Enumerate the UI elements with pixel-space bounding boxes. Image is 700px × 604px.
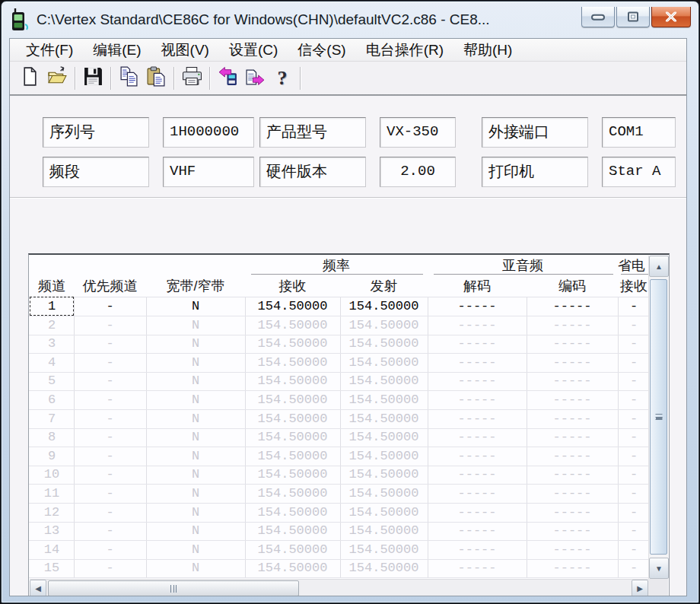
table-cell[interactable]: 154.50000 <box>340 316 428 335</box>
table-cell[interactable]: N <box>146 335 245 353</box>
table-cell[interactable]: 154.50000 <box>245 335 340 353</box>
table-cell[interactable]: 3 <box>30 335 74 353</box>
table-cell[interactable]: - <box>74 504 146 522</box>
copy-button[interactable] <box>115 65 142 91</box>
table-cell[interactable]: ----- <box>428 559 527 577</box>
table-cell[interactable]: ----- <box>428 335 527 353</box>
table-cell[interactable]: - <box>618 316 650 335</box>
table-cell[interactable]: ----- <box>428 541 527 559</box>
table-cell[interactable]: ----- <box>527 522 618 540</box>
table-cell[interactable]: N <box>146 522 245 540</box>
table-cell[interactable]: 154.50000 <box>245 410 340 428</box>
table-cell[interactable]: ----- <box>428 354 527 372</box>
table-cell[interactable]: 15 <box>30 559 74 577</box>
table-cell[interactable]: 7 <box>30 410 74 428</box>
table-cell[interactable]: ----- <box>527 372 618 390</box>
read-from-radio-button[interactable] <box>214 65 241 91</box>
table-row[interactable]: 11-N154.50000154.50000----------- <box>29 485 650 504</box>
table-cell[interactable]: ----- <box>527 391 618 409</box>
table-cell[interactable]: - <box>618 541 650 559</box>
table-cell[interactable]: ----- <box>527 485 618 503</box>
table-cell[interactable]: - <box>74 316 146 335</box>
table-cell[interactable]: N <box>146 485 245 503</box>
table-cell[interactable]: - <box>74 485 146 503</box>
vertical-scroll-thumb[interactable] <box>650 279 667 555</box>
table-cell[interactable]: N <box>146 428 245 447</box>
table-cell[interactable]: ----- <box>527 410 618 428</box>
help-button[interactable]: ? <box>269 65 296 91</box>
table-cell[interactable]: ----- <box>527 447 618 466</box>
table-cell[interactable]: N <box>146 541 245 559</box>
table-cell[interactable]: N <box>146 316 245 335</box>
table-cell[interactable]: 12 <box>30 504 74 522</box>
close-button[interactable] <box>651 7 691 27</box>
table-row[interactable]: 4-N154.50000154.50000----------- <box>29 354 650 373</box>
menu-file[interactable]: 文件(F) <box>16 39 83 61</box>
table-cell[interactable]: N <box>146 297 245 316</box>
table-cell[interactable]: - <box>74 559 146 577</box>
table-row[interactable]: 15-N154.50000154.50000----------- <box>29 559 650 578</box>
horizontal-scroll-thumb[interactable] <box>48 580 299 596</box>
table-cell[interactable]: 154.50000 <box>340 372 428 390</box>
minimize-button[interactable] <box>581 7 615 27</box>
menu-signaling[interactable]: 信令(S) <box>288 39 355 61</box>
table-cell[interactable]: 14 <box>30 541 74 559</box>
table-cell[interactable]: - <box>74 335 146 353</box>
table-cell[interactable]: ----- <box>428 447 527 466</box>
horizontal-scrollbar[interactable]: ◀ ▶ <box>30 579 648 596</box>
table-cell[interactable]: - <box>74 466 146 484</box>
menu-edit[interactable]: 编辑(E) <box>83 39 151 61</box>
open-file-button[interactable] <box>43 65 71 91</box>
table-cell[interactable]: 8 <box>30 428 74 447</box>
table-cell[interactable]: - <box>74 391 146 409</box>
table-cell[interactable]: ----- <box>428 485 527 503</box>
table-cell[interactable]: - <box>74 372 146 390</box>
table-cell[interactable]: 9 <box>30 447 74 466</box>
table-cell[interactable]: 6 <box>30 391 74 409</box>
print-button[interactable] <box>178 65 205 91</box>
table-cell[interactable]: 154.50000 <box>245 559 340 577</box>
menu-settings[interactable]: 设置(C) <box>219 39 288 61</box>
table-row[interactable]: 7-N154.50000154.50000----------- <box>29 410 650 429</box>
table-cell[interactable]: ----- <box>428 297 527 316</box>
table-cell[interactable]: 154.50000 <box>245 297 340 316</box>
table-cell[interactable]: ----- <box>527 504 618 522</box>
table-row[interactable]: 14-N154.50000154.50000----------- <box>29 541 650 560</box>
table-cell[interactable]: - <box>618 372 650 390</box>
table-cell[interactable]: - <box>74 410 146 428</box>
table-row[interactable]: 5-N154.50000154.50000----------- <box>29 372 650 391</box>
table-cell[interactable]: - <box>618 335 650 353</box>
maximize-button[interactable] <box>616 7 650 27</box>
table-cell[interactable]: N <box>146 466 245 484</box>
table-cell[interactable]: 154.50000 <box>245 316 340 335</box>
table-cell[interactable]: N <box>146 559 245 577</box>
title-bar[interactable]: C:\Vertex Standard\CE86C for Windows(CHN… <box>2 2 698 38</box>
table-cell[interactable]: 154.50000 <box>340 447 428 466</box>
table-cell[interactable]: ----- <box>527 428 618 447</box>
table-cell[interactable]: - <box>74 297 146 316</box>
table-cell[interactable]: - <box>618 466 650 484</box>
table-cell[interactable]: 2 <box>30 316 74 335</box>
table-cell[interactable]: - <box>618 354 650 372</box>
table-cell[interactable]: 10 <box>30 466 74 484</box>
table-cell[interactable]: ----- <box>527 335 618 353</box>
table-cell[interactable]: N <box>146 410 245 428</box>
table-cell[interactable]: - <box>618 504 650 522</box>
table-cell[interactable]: - <box>618 447 650 466</box>
table-cell[interactable]: - <box>74 541 146 559</box>
table-cell[interactable]: 154.50000 <box>340 354 428 372</box>
channel-table[interactable]: 频率亚音频省电频道优先频道宽带/窄带接收发射解码编码接收 1-N154.5000… <box>28 253 670 596</box>
save-button[interactable] <box>79 65 107 91</box>
table-cell[interactable]: ----- <box>428 466 527 484</box>
table-cell[interactable]: - <box>74 447 146 466</box>
table-cell[interactable]: 154.50000 <box>245 466 340 484</box>
table-cell[interactable]: 154.50000 <box>340 504 428 522</box>
scroll-left-button[interactable]: ◀ <box>30 580 46 596</box>
table-cell[interactable]: 154.50000 <box>245 428 340 447</box>
table-cell[interactable]: 154.50000 <box>245 504 340 522</box>
scroll-up-button[interactable]: ▲ <box>649 256 669 277</box>
vertical-scrollbar[interactable]: ▲ ▼ <box>648 256 668 579</box>
table-cell[interactable]: ----- <box>527 316 618 335</box>
table-cell[interactable]: - <box>74 428 146 447</box>
table-cell[interactable]: 154.50000 <box>245 541 340 559</box>
